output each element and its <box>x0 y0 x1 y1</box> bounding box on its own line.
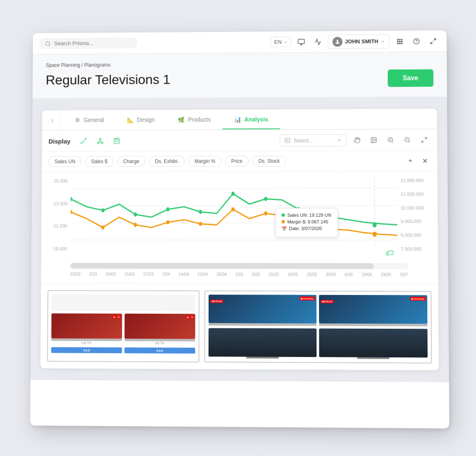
remove-chip-button[interactable]: ✕ <box>419 155 430 166</box>
main-card: ‹ ⚙ General 📐 Design 🌿 Products 📊 Analys… <box>40 109 439 370</box>
streaming-icons: ▶YouTube <box>410 297 425 300</box>
language-button[interactable]: EN <box>270 37 291 47</box>
search-bar[interactable] <box>39 37 137 49</box>
svg-rect-9 <box>397 41 398 42</box>
chart-scrollbar[interactable] <box>70 263 408 269</box>
y-axis-left: 25.000 23.000 21.000 19.000 <box>47 178 71 261</box>
search-input[interactable] <box>54 40 119 47</box>
svg-rect-2 <box>298 39 304 43</box>
barcode-icon <box>284 137 290 143</box>
y-axis-right: 12.000.000 11.000.000 10.000.000 9.000.0… <box>397 178 431 261</box>
svg-point-57 <box>101 226 105 230</box>
chip-charge[interactable]: Charge <box>117 156 145 167</box>
svg-point-20 <box>97 142 99 144</box>
chip-ds-exhibi[interactable]: Ds. Exhibi. <box>149 156 185 167</box>
hand-icon-button[interactable] <box>351 134 363 146</box>
svg-point-52 <box>264 197 267 201</box>
apps-grid-button[interactable] <box>393 35 406 48</box>
netflix-icon: NETFLIX <box>320 297 333 304</box>
tab-products[interactable]: 🌿 Products <box>166 110 222 129</box>
tv-item: ▶ N LG TV <box>124 314 195 345</box>
save-button[interactable]: Save <box>387 69 433 87</box>
page-title: Regular Televisions 1 <box>45 72 170 88</box>
tv-price-tag-1: 8.8.8 <box>51 347 122 353</box>
svg-point-62 <box>264 211 267 216</box>
tree-icon <box>97 138 104 144</box>
grid-settings-icon-button[interactable] <box>311 35 324 48</box>
youtube-badge: ▶YouTube <box>410 297 425 300</box>
svg-line-24 <box>100 141 102 142</box>
tab-general[interactable]: ⚙ General <box>63 111 115 130</box>
tab-back-button[interactable]: ‹ <box>45 110 60 130</box>
select-placeholder: Select... <box>293 137 333 143</box>
svg-point-59 <box>166 220 169 224</box>
svg-rect-12 <box>397 42 398 44</box>
tv-reflection <box>319 349 427 358</box>
tv-stand-slim <box>357 357 389 359</box>
chip-ds-stock[interactable]: Ds. Stock <box>252 156 286 166</box>
netflix-badge: N <box>117 315 120 319</box>
chip-price[interactable]: Price <box>225 156 249 166</box>
monitor-icon-button[interactable] <box>294 35 308 49</box>
zoom-out-icon <box>404 136 411 143</box>
user-menu-button[interactable]: JOHN SMITH <box>328 34 390 49</box>
image-select-button[interactable] <box>367 134 380 146</box>
svg-rect-7 <box>399 39 400 40</box>
svg-point-49 <box>166 207 169 211</box>
products-icon: 🌿 <box>178 116 184 123</box>
tab-design[interactable]: 📐 Design <box>115 111 166 130</box>
fullscreen-button[interactable] <box>418 134 430 146</box>
tv-item <box>319 328 427 359</box>
zoom-out-button[interactable] <box>401 134 413 146</box>
tv-screen-slim <box>319 328 427 357</box>
zoom-in-button[interactable] <box>384 134 396 146</box>
svg-point-58 <box>134 223 137 227</box>
svg-point-47 <box>101 208 105 213</box>
ruler-icon-button[interactable] <box>77 135 90 147</box>
chart-tooltip: Sales UN: 19.129 UN Margin $: 9.067.146 … <box>275 208 338 237</box>
tv-stand <box>208 323 316 326</box>
chip-margin[interactable]: Margin % <box>188 156 221 167</box>
help-button[interactable] <box>409 35 423 48</box>
svg-line-39 <box>424 137 426 139</box>
svg-line-33 <box>391 141 393 143</box>
tv-item: ▶YouTube NETFLIX <box>208 295 316 326</box>
search-icon <box>45 41 51 47</box>
tv-stand <box>319 323 427 326</box>
tabs-bar: ‹ ⚙ General 📐 Design 🌿 Products 📊 Analys… <box>42 109 437 131</box>
tree-icon-button[interactable] <box>94 135 107 147</box>
fullscreen-icon <box>421 136 427 143</box>
gear-icon: ⚙ <box>75 117 80 124</box>
metric-select[interactable]: Select... <box>279 134 346 146</box>
expand-button[interactable] <box>426 34 439 47</box>
tv-screen-large: ▶YouTube NETFLIX <box>208 295 316 323</box>
help-icon <box>413 38 419 45</box>
tv-label: LG TV <box>51 341 122 345</box>
svg-line-42 <box>70 206 397 206</box>
monitor-icon <box>297 38 305 46</box>
yellow-dot <box>281 220 284 223</box>
svg-point-19 <box>100 138 101 140</box>
svg-line-17 <box>434 38 436 40</box>
main-content: ‹ ⚙ General 📐 Design 🌿 Products 📊 Analys… <box>30 97 449 382</box>
netflix-badge: N <box>190 315 194 319</box>
design-icon: 📐 <box>127 117 133 123</box>
shelf-section-left: ▶ N LG TV ▶ <box>47 290 199 362</box>
chip-sales-dollar[interactable]: Sales $ <box>85 156 113 167</box>
nav-actions: EN JOHN SMITH <box>270 34 440 49</box>
svg-line-41 <box>71 188 397 189</box>
browser-window: EN JOHN SMITH <box>30 30 449 429</box>
empty-shelf-row <box>51 294 195 311</box>
svg-rect-11 <box>401 41 402 42</box>
add-chip-button[interactable]: + <box>404 155 416 166</box>
chip-sales-un[interactable]: Sales UN <box>48 156 82 167</box>
svg-point-50 <box>199 210 202 214</box>
tab-analysis[interactable]: 📊 Analysis <box>222 110 279 129</box>
basket-icon-button[interactable] <box>110 135 123 147</box>
zoom-in-icon <box>387 137 394 144</box>
label-row: 8.8.8 8.8.8 <box>51 347 195 354</box>
tv-item: ▶YouTube NETFLIX <box>319 295 427 327</box>
streaming-icons: ▶YouTube <box>299 297 314 300</box>
svg-rect-10 <box>399 41 400 42</box>
chart-container: 25.000 23.000 21.000 19.000 <box>47 178 431 261</box>
